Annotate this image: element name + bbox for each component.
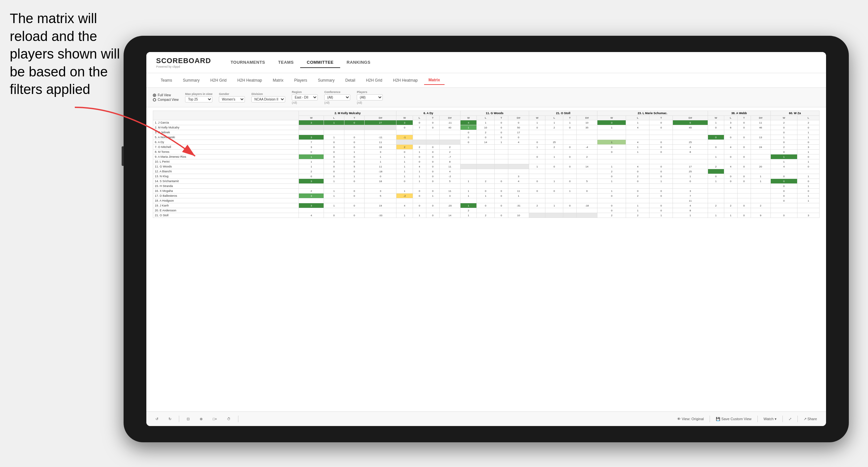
table-row: 8. M Torres 0013 0102 0108 01 <box>153 150 819 154</box>
expand-button[interactable]: ⤢ <box>786 416 794 423</box>
table-row: 5. A Nomrowski 310-11 -1 0000 00013 11 <box>153 135 819 140</box>
undo-button[interactable]: ↺ <box>153 416 161 423</box>
sh-l5: L <box>626 116 649 120</box>
table-row: 6. A Dy 70011 01414 025 14025 00 <box>153 140 819 145</box>
player-name: 16. X Mcgaha <box>153 189 299 193</box>
col-header-za: 60. W Za <box>770 111 819 116</box>
player-name: 2. M Kelly Mulcahy <box>153 125 299 130</box>
tablet-screen: SCOREBOARD Powered by clippd TOURNAMENTS… <box>146 52 826 426</box>
subnav-summary1[interactable]: Summary <box>178 76 204 85</box>
filters-bar: Full View Compact View Max players in vi… <box>146 88 826 107</box>
player-name: 7. O Mitchell <box>153 145 299 150</box>
subnav-h2h-heatmap2[interactable]: H2H Heatmap <box>388 76 422 85</box>
conference-filter: Conference (All) (All) <box>324 90 350 104</box>
region-select[interactable]: East - DII <box>292 94 318 100</box>
annotation-text: The matrix will reload and the players s… <box>10 10 124 98</box>
subnav-matrix2[interactable]: Matrix <box>424 76 444 85</box>
view-original-label: View: Original <box>682 417 704 421</box>
sh-dif2: Dif <box>439 116 460 120</box>
player-name: 14. S Srichantamit <box>153 179 299 184</box>
view-options: Full View Compact View <box>153 93 179 101</box>
player-name: 21. O Stoll <box>153 213 299 218</box>
app-logo: SCOREBOARD Powered by clippd <box>156 57 211 68</box>
player-name: 3. S Jelinek <box>153 130 299 135</box>
subnav-players[interactable]: Players <box>289 76 312 85</box>
region-label: Region <box>292 90 318 94</box>
nav-committee[interactable]: COMMITTEE <box>300 57 340 68</box>
col-header-woods: 11. G Woods <box>460 111 529 116</box>
subnav-detail[interactable]: Detail <box>341 76 360 85</box>
toolbar-separator-4 <box>757 416 758 422</box>
conference-select[interactable]: (All) <box>324 94 350 100</box>
sh-t5: T <box>649 116 673 120</box>
compact-view-label: Compact View <box>158 98 179 101</box>
table-row: 9. A Maria Jimenez Rios 1001 100-7 0102 … <box>153 154 819 159</box>
players-select[interactable]: (All) <box>357 94 383 100</box>
share-button[interactable]: ↗ Share <box>801 416 819 423</box>
gender-label: Gender <box>219 92 245 96</box>
nav-rankings[interactable]: RANKINGS <box>340 57 377 68</box>
full-view-radio[interactable] <box>153 94 156 97</box>
sh-dif1: Dif <box>365 116 397 120</box>
toolbar-separator-2 <box>238 416 238 422</box>
save-custom-button[interactable]: 💾 Save Custom View <box>713 416 754 423</box>
player-name: 5. A Nomrowski <box>153 135 299 140</box>
player-name: 10. L Perini <box>153 159 299 164</box>
matrix-table: 2. M Kelly Mulcahy 6. A Dy 11. G Woods 2… <box>153 111 819 218</box>
table-row: 17. D Ballesteros 3105 -2013 1101 0207 0… <box>153 193 819 198</box>
sh-l1: L <box>324 116 344 120</box>
app-subtitle: Powered by clippd <box>156 65 211 68</box>
player-name: 17. D Ballesteros <box>153 193 299 198</box>
tablet-device: SCOREBOARD Powered by clippd TOURNAMENTS… <box>124 36 849 442</box>
nav-tournaments[interactable]: TOURNAMENTS <box>224 57 272 68</box>
sh-l2: L <box>413 116 426 120</box>
gender-filter: Gender Women's <box>219 92 245 102</box>
gender-select[interactable]: Women's <box>219 96 245 102</box>
table-row: 2. M Kelly Mulcahy 07040 110050 02035 14… <box>153 125 819 130</box>
sh-dif5: Dif <box>673 116 708 120</box>
toolbar-separator-5 <box>782 416 783 422</box>
main-navigation: TOURNAMENTS TEAMS COMMITTEE RANKINGS <box>224 57 816 68</box>
app-title: SCOREBOARD <box>156 57 211 65</box>
share-label: Share <box>807 417 817 421</box>
subnav-summary2[interactable]: Summary <box>313 76 339 85</box>
subnav-h2h-heatmap1[interactable]: H2H Heatmap <box>233 76 267 85</box>
sh-l6: L <box>724 116 737 120</box>
subnav-matrix1[interactable]: Matrix <box>268 76 288 85</box>
view-original-button[interactable]: 👁 View: Original <box>675 416 706 422</box>
settings-button[interactable]: ⏱ <box>224 416 233 422</box>
full-view-option[interactable]: Full View <box>153 93 179 97</box>
compact-view-radio[interactable] <box>153 98 156 101</box>
zoom-fit-button[interactable]: ⊡ <box>184 416 192 423</box>
tablet-side-button <box>122 146 124 166</box>
nav-teams[interactable]: TEAMS <box>272 57 300 68</box>
toolbar-right: 👁 View: Original 💾 Save Custom View Watc… <box>675 416 819 423</box>
watch-label: Watch <box>764 417 774 421</box>
matrix-content[interactable]: 2. M Kelly Mulcahy 6. A Dy 11. G Woods 2… <box>146 107 826 411</box>
zoom-in-button[interactable]: ⊕ <box>197 416 205 423</box>
toolbar-separator-1 <box>179 416 179 422</box>
compact-view-option[interactable]: Compact View <box>153 98 179 101</box>
max-players-select[interactable]: Top 25 <box>185 96 212 102</box>
zoom-reset-button[interactable]: □+ <box>210 416 219 422</box>
subnav-teams[interactable]: Teams <box>156 76 177 85</box>
sh-w5: W <box>597 116 626 120</box>
player-name: 8. M Torres <box>153 150 299 154</box>
watch-button[interactable]: Watch ▾ <box>761 416 779 423</box>
full-view-label: Full View <box>158 93 171 97</box>
max-players-label: Max players in view <box>185 92 212 96</box>
division-label: Division <box>251 92 285 96</box>
sh-t1: T <box>344 116 365 120</box>
sh-dif3: Dif <box>508 116 529 120</box>
redo-button[interactable]: ↻ <box>166 416 174 423</box>
col-header-schumac: 23. L Marie Schumac. <box>597 111 708 116</box>
subnav-h2h-grid2[interactable]: H2H Grid <box>361 76 387 85</box>
sub-navigation: Teams Summary H2H Grid H2H Heatmap Matri… <box>146 73 826 88</box>
sh-w3: W <box>460 116 477 120</box>
player-name: 20. E Andersson <box>153 208 299 213</box>
sh-w4: W <box>529 116 546 120</box>
table-row: 10. L Perini 1301 1008 11 <box>153 159 819 164</box>
col-header-dy: 6. A Dy <box>397 111 460 116</box>
subnav-h2h-grid1[interactable]: H2H Grid <box>206 76 231 85</box>
division-select[interactable]: NCAA Division II <box>251 96 285 102</box>
